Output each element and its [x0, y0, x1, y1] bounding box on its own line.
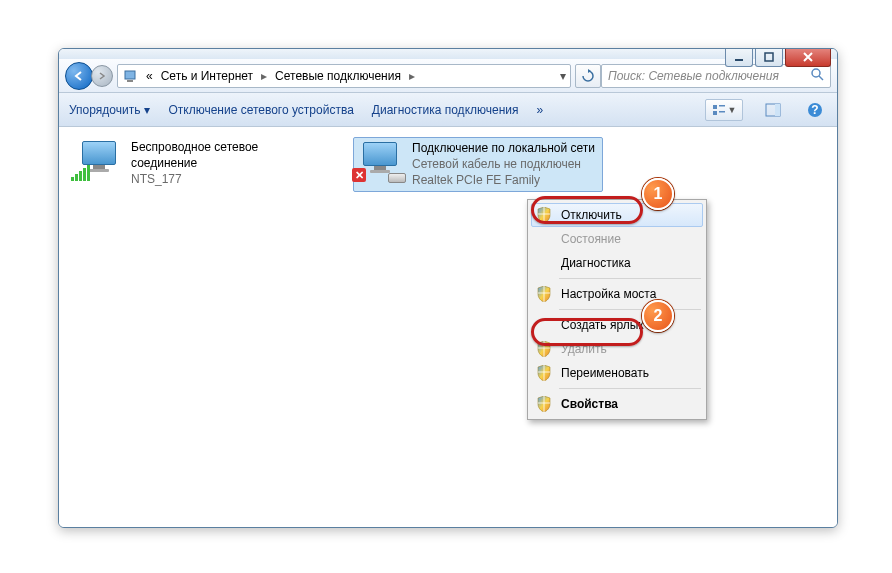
menu-item[interactable]: Диагностика [531, 251, 703, 275]
menu-item[interactable]: Переименовать [531, 361, 703, 385]
organize-button[interactable]: Упорядочить ▾ [69, 103, 150, 117]
menu-item-label: Настройка моста [561, 287, 656, 301]
svg-rect-5 [713, 105, 717, 109]
maximize-button[interactable] [755, 48, 783, 67]
connection-title: Беспроводное сетевое соединение [131, 139, 321, 171]
menu-item-label: Состояние [561, 232, 621, 246]
menu-icon-empty [535, 230, 553, 248]
window-controls [725, 48, 831, 67]
callout-ring-2 [531, 318, 643, 346]
connection-item-wireless[interactable]: Беспроводное сетевое соединение NTS_177 [73, 137, 323, 190]
back-button[interactable] [65, 62, 93, 90]
lan-icon: ✕ [356, 140, 404, 180]
address-dropdown-icon[interactable]: ▾ [560, 69, 566, 83]
help-button[interactable]: ? [803, 99, 827, 121]
svg-text:?: ? [811, 103, 818, 117]
plug-icon [388, 173, 406, 183]
chevron-down-icon: ▼ [728, 105, 737, 115]
connection-device: Realtek PCIe FE Family [412, 172, 595, 188]
search-icon [810, 67, 824, 84]
svg-rect-0 [735, 59, 743, 61]
svg-rect-3 [127, 80, 133, 82]
shield-icon [535, 285, 553, 303]
context-menu: ОтключитьСостояниеДиагностикаНастройка м… [527, 199, 707, 420]
connection-title: Подключение по локальной сети [412, 140, 595, 156]
overflow-button[interactable]: » [537, 103, 544, 117]
svg-rect-7 [713, 111, 717, 115]
menu-icon-empty [535, 254, 553, 272]
menu-item[interactable]: Настройка моста [531, 282, 703, 306]
shield-icon [535, 395, 553, 413]
chevron-down-icon: ▾ [144, 103, 150, 117]
disable-device-button[interactable]: Отключение сетевого устройства [168, 103, 353, 117]
diagnose-button[interactable]: Диагностика подключения [372, 103, 519, 117]
signal-bars-icon [71, 165, 91, 181]
connection-device: NTS_177 [131, 171, 321, 187]
connection-item-lan[interactable]: ✕ Подключение по локальной сети Сетевой … [353, 137, 603, 192]
breadcrumb-seg[interactable]: Сеть и Интернет [159, 69, 255, 83]
menu-separator [559, 278, 701, 279]
chevron-right-icon[interactable]: ▸ [259, 69, 269, 83]
callout-ring-1 [531, 196, 643, 224]
search-input[interactable]: Поиск: Сетевые подключения [601, 64, 831, 88]
svg-rect-6 [719, 105, 725, 107]
callout-badge-1: 1 [642, 178, 674, 210]
svg-rect-10 [775, 104, 780, 116]
preview-pane-button[interactable] [761, 99, 785, 121]
minimize-button[interactable] [725, 48, 753, 67]
menu-item-label: Переименовать [561, 366, 649, 380]
menu-separator [559, 388, 701, 389]
titlebar [59, 49, 837, 59]
svg-rect-1 [765, 53, 773, 61]
callout-badge-2: 2 [642, 300, 674, 332]
address-bar[interactable]: « Сеть и Интернет ▸ Сетевые подключения … [117, 64, 571, 88]
search-placeholder: Поиск: Сетевые подключения [608, 69, 779, 83]
explorer-window: « Сеть и Интернет ▸ Сетевые подключения … [58, 48, 838, 528]
error-x-icon: ✕ [352, 168, 366, 182]
refresh-button[interactable] [575, 64, 601, 88]
forward-button[interactable] [91, 65, 113, 87]
breadcrumb-seg[interactable]: Сетевые подключения [273, 69, 403, 83]
connection-status: Сетевой кабель не подключен [412, 156, 595, 172]
shield-icon [535, 364, 553, 382]
menu-item[interactable]: Свойства [531, 392, 703, 416]
svg-rect-2 [125, 71, 135, 79]
breadcrumb-prefix: « [144, 69, 155, 83]
menu-item-label: Диагностика [561, 256, 631, 270]
command-bar: Упорядочить ▾ Отключение сетевого устрой… [59, 93, 837, 127]
menu-item: Состояние [531, 227, 703, 251]
menu-separator [559, 309, 701, 310]
close-button[interactable] [785, 48, 831, 67]
content-area: Беспроводное сетевое соединение NTS_177 … [59, 127, 837, 527]
chevron-right-icon[interactable]: ▸ [407, 69, 417, 83]
wireless-icon [75, 139, 123, 179]
nav-bar: « Сеть и Интернет ▸ Сетевые подключения … [59, 59, 837, 93]
view-button[interactable]: ▼ [705, 99, 743, 121]
location-icon [122, 67, 140, 85]
menu-item-label: Свойства [561, 397, 618, 411]
svg-point-4 [812, 69, 820, 77]
svg-rect-8 [719, 111, 725, 113]
